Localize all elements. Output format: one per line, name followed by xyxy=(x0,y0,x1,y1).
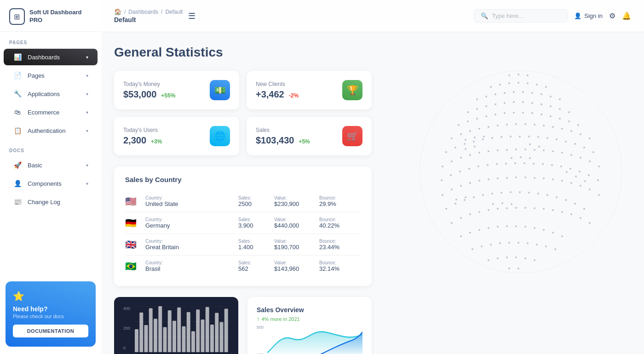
svg-point-69 xyxy=(577,124,579,126)
svg-point-97 xyxy=(546,137,548,139)
sidebar-item-dashboards[interactable]: 📊 Dashboards ▾ xyxy=(4,49,98,65)
svg-point-27 xyxy=(490,86,492,88)
sales-overview-card: Sales Overview ↑ 4% more in 2021 500 400 xyxy=(247,297,372,354)
svg-point-218 xyxy=(518,268,519,269)
svg-point-229 xyxy=(492,203,494,205)
sales-overview-trend-icon: ↑ xyxy=(257,315,260,322)
svg-point-177 xyxy=(488,209,489,211)
bar-chart-card: 400 200 0 xyxy=(114,297,238,354)
sidebar-logo: ⊞ Soft UI Dashboard PRO xyxy=(0,0,101,32)
components-icon: 👤 xyxy=(13,180,22,187)
svg-point-100 xyxy=(574,143,576,145)
sales-overview-title: Sales Overview xyxy=(257,306,362,314)
svg-point-157 xyxy=(445,208,447,210)
sidebar-item-ecommerce[interactable]: 🛍 Ecommerce ▾ xyxy=(4,104,98,120)
svg-point-120 xyxy=(598,166,600,167)
globe-area xyxy=(383,71,631,354)
settings-icon[interactable]: ⚙ xyxy=(609,11,615,20)
sidebar-item-basic[interactable]: 🚀 Basic ▾ xyxy=(4,157,98,173)
sidebar-changelog-label: Change Log xyxy=(28,199,88,206)
svg-point-75 xyxy=(497,125,499,126)
y-label-400: 400 xyxy=(123,306,130,311)
breadcrumb-default-link[interactable]: Default xyxy=(165,9,183,15)
svg-point-121 xyxy=(441,179,443,181)
sidebar-item-authentication[interactable]: 📋 Authentication ▾ xyxy=(4,122,98,139)
sidebar-applications-label: Applications xyxy=(28,91,80,97)
svg-point-139 xyxy=(442,194,443,196)
search-input[interactable] xyxy=(492,12,561,19)
svg-point-77 xyxy=(515,123,517,125)
sign-in-button[interactable]: 👤 Sign in xyxy=(574,12,603,19)
stat-users-change: +3% xyxy=(151,138,162,145)
stat-clients-change: -2% xyxy=(289,92,299,99)
svg-point-131 xyxy=(533,163,535,165)
basic-chevron-icon: ▾ xyxy=(86,163,88,168)
svg-point-222 xyxy=(465,148,466,150)
svg-point-49 xyxy=(513,101,515,103)
svg-point-136 xyxy=(579,171,581,172)
svg-rect-7 xyxy=(154,319,157,352)
sidebar-item-changelog[interactable]: 📰 Change Log xyxy=(4,194,98,210)
svg-point-58 xyxy=(476,118,478,120)
svg-point-42 xyxy=(550,96,552,97)
svg-point-45 xyxy=(476,108,478,110)
svg-point-38 xyxy=(513,91,515,93)
bell-icon[interactable]: 🔔 xyxy=(622,11,631,20)
svg-point-168 xyxy=(546,194,548,196)
svg-point-158 xyxy=(454,203,456,205)
svg-point-129 xyxy=(514,162,516,164)
docs-section-label: DOCS xyxy=(0,140,101,156)
sidebar-dashboards-label: Dashboards xyxy=(28,54,80,61)
sidebar-item-applications[interactable]: 🔧 Applications ▾ xyxy=(4,86,98,102)
svg-point-65 xyxy=(540,114,542,115)
dashboards-chevron-icon: ▾ xyxy=(86,55,88,60)
svg-point-234 xyxy=(584,180,586,182)
svg-point-112 xyxy=(524,148,526,150)
sidebar-ecommerce-label: Ecommerce xyxy=(28,109,80,116)
svg-point-80 xyxy=(543,125,545,126)
flag-gb: 🇬🇧 xyxy=(125,239,142,250)
svg-point-88 xyxy=(464,143,466,145)
svg-point-199 xyxy=(552,232,554,234)
country-name-de: Germany xyxy=(145,222,235,229)
sidebar-item-components[interactable]: 👤 Components ▾ xyxy=(4,175,98,192)
svg-point-208 xyxy=(536,244,538,246)
search-box[interactable]: 🔍 xyxy=(474,9,568,23)
svg-rect-3 xyxy=(135,329,138,352)
country-name-us: United State xyxy=(145,200,235,207)
svg-point-40 xyxy=(531,92,533,94)
sidebar-item-pages[interactable]: 📄 Pages ▾ xyxy=(4,67,98,84)
svg-point-207 xyxy=(527,242,529,244)
svg-point-187 xyxy=(580,217,581,219)
svg-point-94 xyxy=(519,136,521,137)
svg-point-126 xyxy=(487,164,489,166)
svg-point-70 xyxy=(451,137,453,139)
svg-point-183 xyxy=(543,208,545,210)
svg-point-164 xyxy=(510,191,512,193)
documentation-button[interactable]: DOCUMENTATION xyxy=(13,325,88,337)
hamburger-menu-icon[interactable]: ☰ xyxy=(188,11,196,21)
main-content: General Statistics Today's Money $53,000… xyxy=(101,32,644,354)
svg-point-195 xyxy=(515,225,517,227)
svg-point-73 xyxy=(478,128,480,130)
svg-point-124 xyxy=(468,168,470,170)
stat-clients-icon: 🏆 xyxy=(342,80,362,100)
svg-point-28 xyxy=(499,84,501,86)
svg-point-232 xyxy=(566,171,568,173)
sidebar-authentication-label: Authentication xyxy=(28,127,80,134)
svg-point-160 xyxy=(473,196,475,198)
svg-point-189 xyxy=(460,235,462,237)
svg-point-43 xyxy=(559,98,561,100)
svg-point-105 xyxy=(460,157,462,159)
svg-point-145 xyxy=(497,177,499,179)
svg-point-82 xyxy=(561,128,563,130)
pages-chevron-icon: ▾ xyxy=(86,73,88,78)
svg-point-201 xyxy=(472,248,473,250)
svg-point-63 xyxy=(522,112,524,114)
stat-sales-label: Sales xyxy=(256,127,310,133)
breadcrumb-dashboards[interactable]: Dashboards xyxy=(128,9,158,15)
stat-money-icon: 💵 xyxy=(210,80,230,100)
svg-rect-13 xyxy=(182,326,186,352)
svg-point-149 xyxy=(534,177,535,179)
svg-rect-20 xyxy=(215,313,218,352)
